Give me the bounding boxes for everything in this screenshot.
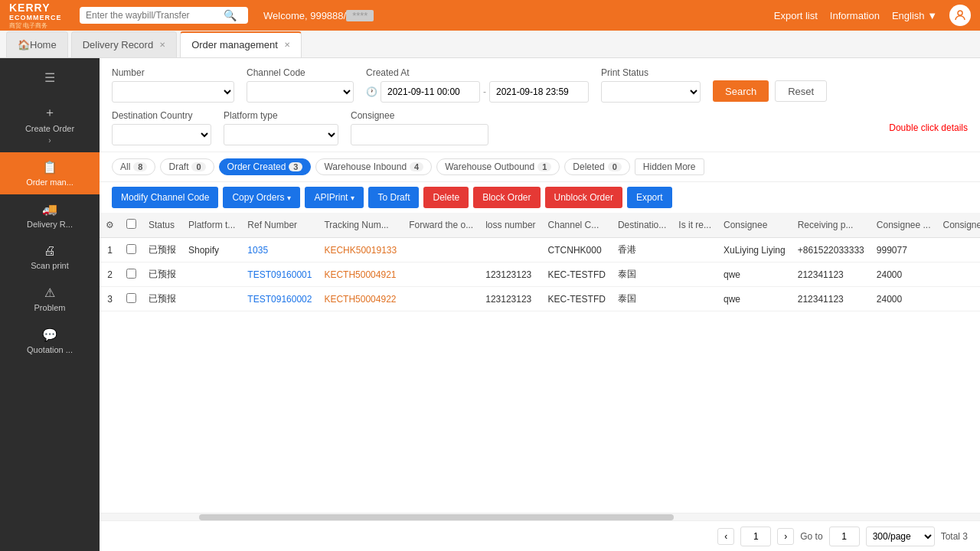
tab-home[interactable]: 🏠 Home	[6, 31, 68, 57]
modify-channel-code-button[interactable]: Modify Channel Code	[112, 187, 218, 208]
main-layout: ☰ ＋ Create Order › 📋 Order man... 🚚 Deli…	[0, 58, 980, 551]
tab-home-label: Home	[30, 39, 57, 51]
header-consignee: Consignee	[717, 213, 792, 238]
row-channel-1: CTCNHK000	[542, 238, 612, 262]
search-icon[interactable]: 🔍	[224, 9, 237, 21]
api-print-button[interactable]: APIPrint ▾	[305, 187, 364, 208]
tab-order-label: Order management	[191, 39, 278, 51]
date-to-input[interactable]	[489, 81, 589, 103]
block-order-button[interactable]: Block Order	[473, 187, 540, 208]
header-consignee3: Consignee ...	[937, 213, 980, 238]
header-tracking: Tracking Num...	[318, 213, 403, 238]
filter-destination-group: Destination Country	[112, 110, 211, 145]
header-channel: Channel C...	[542, 213, 612, 238]
destination-label: Destination Country	[112, 110, 211, 121]
export-list-link[interactable]: Export list	[774, 10, 818, 21]
search-button[interactable]: Search	[713, 80, 769, 102]
filter-tab-all[interactable]: All 8	[112, 158, 155, 175]
filter-tab-warehouse-inbound[interactable]: Warehouse Inbound 4	[315, 158, 432, 175]
sidebar-item-delivery[interactable]: 🚚 Delivery R...	[0, 194, 100, 236]
header-forward: Forward the o...	[403, 213, 479, 238]
filter-consignee-group: Consignee	[351, 110, 488, 145]
filter-tab-deleted-count: 0	[608, 162, 622, 171]
prev-page-button[interactable]: ‹	[717, 528, 734, 545]
filter-tab-order-created[interactable]: Order Created 3	[219, 158, 312, 175]
destination-select[interactable]	[112, 124, 211, 145]
tab-order-management[interactable]: Order management ✕	[180, 31, 302, 57]
home-icon: 🏠	[18, 39, 30, 51]
header-consignee2: Consignee ...	[871, 213, 937, 238]
table-row[interactable]: 2 已预报 TEST09160001 KECTH50004921 1231231…	[100, 262, 980, 287]
tab-order-close[interactable]: ✕	[284, 41, 290, 49]
channel-code-select[interactable]	[247, 81, 354, 103]
search-input[interactable]	[86, 10, 224, 21]
quotation-icon: 💬	[42, 328, 57, 342]
consignee-input[interactable]	[351, 124, 488, 145]
horizontal-scrollbar[interactable]	[100, 513, 980, 520]
header-destination: Destinatio...	[612, 213, 672, 238]
table-row[interactable]: 1 已预报 Shopify 1035 KECHK50019133 CTCNHK0…	[100, 238, 980, 262]
information-link[interactable]: Information	[830, 10, 880, 21]
scan-print-icon: 🖨	[44, 244, 56, 258]
user-avatar[interactable]	[949, 5, 971, 26]
row-channel-3: KEC-TESTFD	[542, 287, 612, 311]
reset-button[interactable]: Reset	[775, 80, 827, 102]
row-checkbox-1[interactable]	[120, 238, 142, 262]
tab-delivery-record[interactable]: Delivery Record ✕	[71, 31, 177, 57]
row-ref-2[interactable]: TEST09160001	[241, 262, 318, 287]
language-selector[interactable]: English ▼	[892, 10, 937, 21]
print-status-select[interactable]	[601, 81, 701, 103]
hidden-more-button[interactable]: Hidden More	[635, 158, 704, 175]
row-tracking-1: KECHK50019133	[318, 238, 403, 262]
sidebar-item-create-order[interactable]: ＋ Create Order ›	[0, 97, 100, 152]
row-ref-3[interactable]: TEST09160002	[241, 287, 318, 311]
sidebar-item-problem[interactable]: ⚠ Problem	[0, 278, 100, 320]
clock-icon: 🕐	[366, 86, 377, 97]
row-consignee2-2: 24000	[871, 262, 937, 287]
scroll-thumb[interactable]	[199, 514, 674, 520]
row-ref-1[interactable]: 1035	[241, 238, 318, 262]
row-platform-3	[182, 287, 241, 311]
row-is-re-3	[672, 287, 717, 311]
sidebar-item-quotation[interactable]: 💬 Quotation ...	[0, 320, 100, 362]
copy-orders-button[interactable]: Copy Orders ▾	[223, 187, 300, 208]
to-draft-button[interactable]: To Draft	[368, 187, 419, 208]
filter-tab-deleted[interactable]: Deleted 0	[564, 158, 630, 175]
settings-icon[interactable]: ⚙	[106, 220, 114, 230]
platform-type-select[interactable]	[224, 124, 338, 145]
row-checkbox-2[interactable]	[120, 262, 142, 287]
filter-tab-warehouse-outbound[interactable]: Warehouse Outbound 1	[436, 158, 560, 175]
next-page-button[interactable]: ›	[777, 528, 794, 545]
header-loss: loss number	[479, 213, 541, 238]
sidebar-quotation-label: Quotation ...	[27, 345, 73, 354]
row-checkbox-3[interactable]	[120, 287, 142, 311]
orders-table: ⚙ Status Platform t... Ref Number Tracki…	[100, 213, 980, 311]
row-consignee-2: qwe	[717, 262, 792, 287]
row-tracking-3: KECTH50004922	[318, 287, 403, 311]
tab-delivery-close[interactable]: ✕	[159, 41, 165, 49]
export-button[interactable]: Export	[627, 187, 672, 208]
header-settings[interactable]: ⚙	[100, 213, 120, 238]
go-to-input[interactable]	[829, 527, 860, 546]
sidebar-item-scan-print[interactable]: 🖨 Scan print	[0, 236, 100, 278]
row-consignee2-3: 24000	[871, 287, 937, 311]
row-destination-1: 香港	[612, 238, 672, 262]
unblock-order-button[interactable]: Unblock Order	[545, 187, 622, 208]
filter-row-2: Destination Country Platform type Consig…	[112, 110, 968, 145]
header-actions: Export list Information English ▼	[774, 5, 971, 26]
date-from-input[interactable]	[381, 81, 480, 103]
filter-created-at-group: Created At 🕐 -	[366, 67, 589, 103]
select-all-checkbox[interactable]	[126, 219, 136, 229]
sidebar-item-order-management[interactable]: 📋 Order man...	[0, 152, 100, 194]
header-ref-number: Ref Number	[241, 213, 318, 238]
row-destination-3: 泰国	[612, 287, 672, 311]
page-number-input[interactable]	[740, 527, 771, 546]
delete-button[interactable]: Delete	[423, 187, 469, 208]
filter-tab-deleted-label: Deleted	[573, 161, 604, 172]
number-select[interactable]	[112, 81, 234, 103]
table-row[interactable]: 3 已预报 TEST09160002 KECTH50004922 1231231…	[100, 287, 980, 311]
header-checkbox[interactable]	[120, 213, 142, 238]
filter-tab-draft[interactable]: Draft 0	[160, 158, 214, 175]
sidebar-collapse-btn[interactable]: ☰	[0, 64, 100, 91]
page-size-select[interactable]: 300/page	[866, 527, 935, 546]
